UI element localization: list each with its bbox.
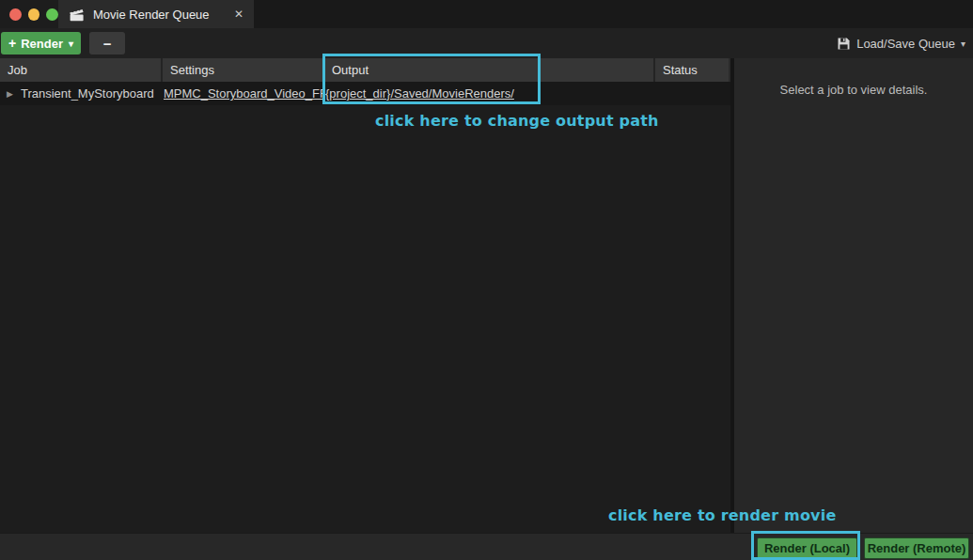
toolbar: + Render ▾ − Load/Save Queue ▾ bbox=[0, 28, 973, 58]
close-window-button[interactable] bbox=[9, 8, 22, 21]
queue-empty-space bbox=[0, 105, 730, 533]
render-remote-button[interactable]: Render (Remote) bbox=[864, 537, 969, 559]
details-panel: Select a job to view details. bbox=[734, 58, 973, 533]
minus-icon: − bbox=[103, 36, 112, 52]
clapperboard-icon bbox=[69, 8, 85, 22]
table-row[interactable]: ▶ Transient_MyStoryboard MPMC_Storyboard… bbox=[0, 82, 730, 105]
bottom-bar: Render (Local) Render (Remote) bbox=[0, 533, 973, 560]
render-button-label: Render bbox=[21, 37, 63, 51]
plus-icon: + bbox=[8, 36, 16, 51]
load-save-queue-label: Load/Save Queue bbox=[856, 37, 955, 51]
zoom-window-button[interactable] bbox=[46, 8, 58, 21]
titlebar-empty-area bbox=[254, 0, 973, 28]
chevron-down-icon: ▾ bbox=[961, 39, 965, 49]
job-queue-panel: Job Settings Output Status ▶ Transient_M… bbox=[0, 58, 730, 533]
add-render-job-button[interactable]: + Render ▾ bbox=[1, 32, 81, 54]
tab-movie-render-queue[interactable]: Movie Render Queue ✕ bbox=[58, 0, 254, 28]
column-header-job[interactable]: Job bbox=[0, 58, 161, 82]
expander-icon[interactable]: ▶ bbox=[7, 89, 13, 99]
job-cell: ▶ Transient_MyStoryboard bbox=[0, 86, 163, 101]
details-empty-message: Select a job to view details. bbox=[734, 83, 973, 97]
tab-title: Movie Render Queue bbox=[93, 8, 210, 22]
output-path-link[interactable]: {project_dir}/Saved/MovieRenders/ bbox=[325, 86, 514, 101]
tab-close-icon[interactable]: ✕ bbox=[234, 8, 243, 21]
settings-cell: MPMC_Storyboard_Video_FF bbox=[163, 86, 324, 101]
chevron-down-icon: ▾ bbox=[69, 39, 73, 49]
render-local-button[interactable]: Render (Local) bbox=[757, 537, 857, 559]
settings-link[interactable]: MPMC_Storyboard_Video_FF bbox=[164, 86, 324, 101]
column-header-output[interactable]: Output bbox=[324, 58, 653, 82]
output-cell: {project_dir}/Saved/MovieRenders/ bbox=[324, 86, 655, 101]
remove-job-button[interactable]: − bbox=[89, 32, 125, 54]
minimize-window-button[interactable] bbox=[28, 8, 40, 21]
job-name: Transient_MyStoryboard bbox=[21, 86, 154, 101]
column-header-settings[interactable]: Settings bbox=[163, 58, 322, 82]
titlebar: Movie Render Queue ✕ bbox=[0, 0, 973, 28]
queue-table-header: Job Settings Output Status bbox=[0, 58, 730, 82]
main-area: Job Settings Output Status ▶ Transient_M… bbox=[0, 58, 973, 533]
window-controls bbox=[0, 0, 58, 28]
load-save-queue-button[interactable]: Load/Save Queue ▾ bbox=[837, 37, 967, 51]
floppy-disk-icon bbox=[837, 37, 851, 51]
column-header-status[interactable]: Status bbox=[655, 58, 729, 82]
